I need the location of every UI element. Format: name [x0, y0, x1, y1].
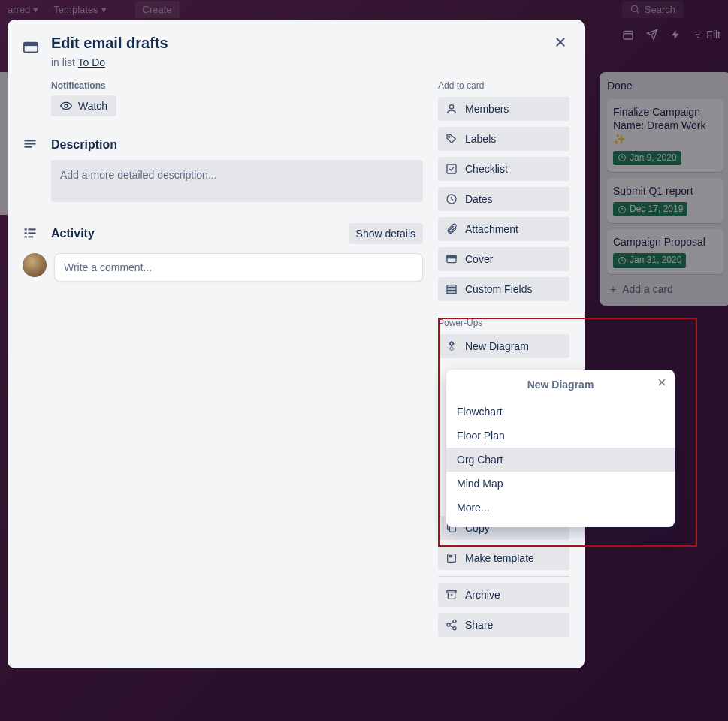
checklist-button[interactable]: Checklist	[438, 157, 569, 181]
svg-rect-21	[29, 232, 36, 234]
svg-point-14	[65, 104, 68, 107]
new-diagram-button[interactable]: New Diagram	[438, 334, 569, 358]
popup-title: New Diagram	[527, 379, 594, 391]
svg-rect-36	[447, 591, 456, 593]
svg-rect-13	[24, 43, 38, 47]
popup-close-button[interactable]	[657, 377, 667, 388]
clock-icon	[446, 193, 458, 205]
popup-item[interactable]: Mind Map	[446, 472, 675, 496]
add-to-card-label: Add to card	[438, 80, 569, 91]
person-icon	[446, 103, 458, 115]
description-input[interactable]: Add a more detailed description...	[51, 160, 423, 202]
svg-point-24	[449, 105, 453, 109]
close-button[interactable]	[550, 32, 571, 53]
share-icon	[446, 619, 458, 631]
svg-point-38	[453, 620, 456, 623]
new-diagram-popup: New Diagram FlowchartFloor PlanOrg Chart…	[446, 370, 675, 527]
svg-line-41	[450, 622, 454, 624]
popup-item[interactable]: Org Chart	[446, 448, 675, 472]
svg-rect-20	[25, 232, 27, 234]
svg-point-25	[449, 136, 450, 137]
card-title[interactable]: Edit email drafts	[51, 35, 168, 52]
svg-rect-30	[447, 285, 456, 288]
fields-icon	[446, 283, 458, 295]
card-icon	[23, 39, 41, 56]
description-heading: Description	[51, 138, 117, 152]
card-list-location: in list To Do	[51, 56, 168, 68]
comment-input[interactable]: Write a comment...	[54, 253, 423, 282]
svg-rect-26	[447, 164, 456, 173]
archive-button[interactable]: Archive	[438, 583, 569, 607]
share-button[interactable]: Share	[438, 613, 569, 637]
card-modal: Edit email drafts in list To Do Notifica…	[8, 20, 585, 668]
cover-button[interactable]: Cover	[438, 247, 569, 271]
list-link[interactable]: To Do	[78, 56, 106, 68]
eye-icon	[60, 100, 72, 112]
tag-icon	[446, 133, 458, 145]
svg-rect-31	[447, 288, 456, 291]
svg-point-40	[453, 627, 456, 630]
labels-button[interactable]: Labels	[438, 127, 569, 151]
template-icon	[446, 552, 458, 564]
attachment-icon	[446, 223, 458, 235]
popup-item[interactable]: Flowchart	[446, 400, 675, 424]
svg-rect-19	[29, 228, 36, 230]
svg-rect-17	[25, 146, 32, 148]
svg-point-39	[447, 623, 450, 626]
activity-icon	[23, 226, 41, 241]
svg-rect-22	[25, 236, 27, 237]
popup-item[interactable]: Floor Plan	[446, 424, 675, 448]
cover-icon	[446, 253, 458, 265]
svg-rect-16	[25, 143, 36, 145]
svg-rect-18	[25, 228, 27, 230]
activity-heading: Activity	[51, 227, 95, 240]
description-icon	[23, 137, 41, 152]
user-avatar[interactable]	[23, 253, 47, 277]
checklist-icon	[446, 163, 458, 175]
svg-rect-29	[447, 255, 456, 258]
notifications-label: Notifications	[51, 80, 423, 91]
diagram-icon	[446, 340, 458, 352]
archive-icon	[446, 589, 458, 601]
members-button[interactable]: Members	[438, 97, 569, 121]
svg-rect-15	[25, 140, 36, 141]
show-details-button[interactable]: Show details	[349, 223, 423, 244]
dates-button[interactable]: Dates	[438, 187, 569, 211]
svg-rect-35	[449, 556, 452, 557]
powerups-label: Power-Ups	[438, 318, 569, 328]
watch-button[interactable]: Watch	[51, 95, 116, 116]
make-template-button[interactable]: Make template	[438, 546, 569, 570]
svg-rect-23	[29, 236, 34, 237]
custom-fields-button[interactable]: Custom Fields	[438, 277, 569, 301]
svg-rect-32	[447, 291, 456, 294]
svg-line-42	[450, 626, 454, 628]
attachment-button[interactable]: Attachment	[438, 217, 569, 241]
popup-item[interactable]: More...	[446, 496, 675, 520]
